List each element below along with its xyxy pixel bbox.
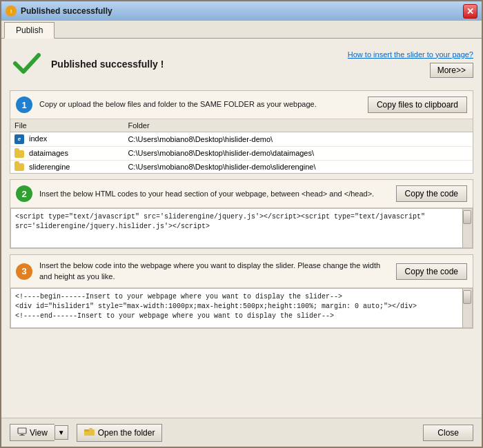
file-name: dataimages bbox=[29, 149, 68, 157]
step2-description: Insert the below HTML codes to your head… bbox=[39, 189, 389, 199]
step3-section: 3 Insert the below code into the webpage… bbox=[10, 254, 473, 329]
file-name: index bbox=[29, 134, 47, 143]
success-header: Published successfully ! How to insert t… bbox=[10, 45, 473, 82]
folder-cell: C:\Users\mobiano8\Desktop\hislider-demo\… bbox=[124, 147, 473, 161]
step3-header: 3 Insert the below code into the webpage… bbox=[10, 255, 473, 288]
tab-publish[interactable]: Publish bbox=[4, 22, 55, 39]
file-cell: e index bbox=[10, 132, 124, 147]
window-title: Published successfully bbox=[21, 6, 112, 16]
content-area: Published successfully ! How to insert t… bbox=[1, 39, 482, 418]
window-icon: ! bbox=[6, 6, 17, 17]
view-label: View bbox=[30, 428, 48, 438]
svg-rect-2 bbox=[18, 428, 26, 434]
file-name: sliderengine bbox=[29, 163, 70, 171]
ie-icon: e bbox=[14, 134, 24, 144]
step2-header-inner: 2 Insert the below HTML codes to your he… bbox=[16, 185, 389, 202]
main-window: ! Published successfully ✕ Publish Publi… bbox=[0, 0, 483, 448]
step3-description: Insert the below code into the webpage w… bbox=[39, 261, 389, 282]
step1-section: 1 Copy or upload the below files and fol… bbox=[10, 90, 473, 174]
step2-code-input[interactable]: <script type="text/javascript" src='slid… bbox=[11, 209, 462, 247]
tab-bar: Publish bbox=[1, 21, 482, 39]
view-main-button[interactable]: View bbox=[10, 424, 55, 441]
step2-section: 2 Insert the below HTML codes to your he… bbox=[10, 179, 473, 249]
copy-files-button[interactable]: Copy files to clipboard bbox=[368, 96, 467, 113]
step1-header-inner: 1 Copy or upload the below files and fol… bbox=[16, 96, 361, 113]
table-header-row: File Folder bbox=[10, 119, 473, 132]
view-dropdown-button[interactable]: ▼ bbox=[55, 425, 68, 440]
file-table: File Folder e index C:\Users\mobiano8\De… bbox=[10, 119, 473, 173]
success-message: Published successfully ! bbox=[51, 59, 341, 70]
open-folder-label: Open the folder bbox=[98, 428, 155, 438]
view-button-group: View ▼ bbox=[10, 424, 68, 441]
file-cell: sliderengine bbox=[10, 160, 124, 173]
step3-circle: 3 bbox=[16, 263, 32, 280]
step1-description: Copy or upload the below files and folde… bbox=[39, 99, 361, 110]
file-cell: dataimages bbox=[10, 147, 124, 161]
scrollbar-thumb[interactable] bbox=[463, 210, 471, 224]
svg-rect-7 bbox=[89, 428, 92, 429]
table-row: dataimages C:\Users\mobiano8\Desktop\his… bbox=[10, 147, 473, 161]
step2-circle: 2 bbox=[16, 185, 32, 202]
table-row: e index C:\Users\mobiano8\Desktop\hislid… bbox=[10, 132, 473, 147]
step2-header: 2 Insert the below HTML codes to your he… bbox=[10, 180, 473, 208]
col-file: File bbox=[10, 119, 124, 132]
svg-rect-4 bbox=[19, 435, 25, 436]
step3-code-wrapper: <!----begin------Insert to your webpage … bbox=[10, 288, 473, 328]
svg-text:!: ! bbox=[10, 8, 12, 14]
more-button[interactable]: More>> bbox=[430, 63, 473, 78]
close-icon[interactable]: ✕ bbox=[463, 4, 477, 19]
close-bottom-button[interactable]: Close bbox=[423, 425, 473, 441]
step2-code-wrapper: <script type="text/javascript" src='slid… bbox=[10, 208, 473, 248]
step3-code-input[interactable]: <!----begin------Insert to your webpage … bbox=[11, 289, 462, 327]
copy-code-button-2[interactable]: Copy the code bbox=[396, 185, 467, 202]
checkmark-icon bbox=[10, 45, 44, 82]
step1-header: 1 Copy or upload the below files and fol… bbox=[10, 91, 473, 119]
col-folder: Folder bbox=[124, 119, 473, 132]
step1-circle: 1 bbox=[16, 96, 32, 113]
svg-rect-6 bbox=[84, 429, 89, 431]
folder-open-icon bbox=[84, 427, 95, 438]
scrollbar-thumb[interactable] bbox=[463, 290, 471, 304]
open-folder-button[interactable]: Open the folder bbox=[77, 424, 163, 442]
copy-code-button-3[interactable]: Copy the code bbox=[396, 263, 467, 280]
folder-cell: C:\Users\mobiano8\Desktop\hislider-demo\… bbox=[124, 160, 473, 173]
title-bar-left: ! Published successfully bbox=[6, 6, 112, 17]
scrollbar-track[interactable] bbox=[462, 209, 472, 247]
folder-icon bbox=[14, 150, 24, 158]
folder-icon bbox=[14, 163, 24, 171]
scrollbar-track[interactable] bbox=[462, 289, 472, 327]
bottom-bar: View ▼ Open the folder Close bbox=[1, 418, 482, 447]
step3-header-inner: 3 Insert the below code into the webpage… bbox=[16, 261, 389, 282]
title-bar: ! Published successfully ✕ bbox=[1, 1, 482, 21]
bottom-left-buttons: View ▼ Open the folder bbox=[10, 424, 162, 442]
success-links: How to insert the slider to your page? M… bbox=[348, 50, 473, 78]
folder-cell: C:\Users\mobiano8\Desktop\hislider-demo\ bbox=[124, 132, 473, 147]
success-message-area: Published successfully ! bbox=[51, 59, 341, 70]
insert-link[interactable]: How to insert the slider to your page? bbox=[348, 50, 473, 59]
table-row: sliderengine C:\Users\mobiano8\Desktop\h… bbox=[10, 160, 473, 173]
monitor-icon bbox=[17, 427, 27, 438]
